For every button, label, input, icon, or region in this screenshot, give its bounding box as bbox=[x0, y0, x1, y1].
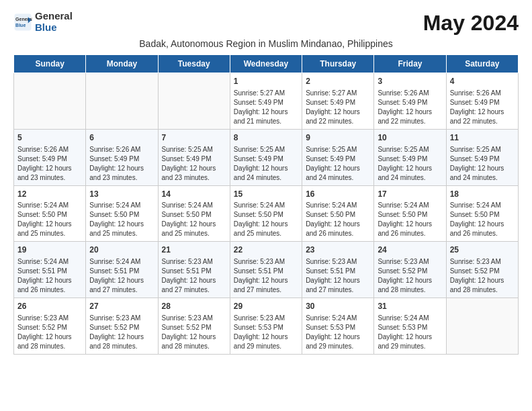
cell-info: and 23 minutes. bbox=[17, 173, 82, 183]
cell-info: and 29 minutes. bbox=[306, 342, 370, 351]
cell-info: Sunset: 5:50 PM bbox=[17, 210, 82, 220]
day-number: 17 bbox=[378, 189, 442, 200]
col-header-wednesday: Wednesday bbox=[230, 55, 302, 73]
cell-info: Daylight: 12 hours bbox=[306, 164, 370, 173]
svg-text:Blue: Blue bbox=[15, 23, 26, 28]
cell-info: Sunset: 5:49 PM bbox=[450, 98, 515, 107]
day-number: 31 bbox=[378, 301, 442, 312]
calendar-cell: 5Sunrise: 5:26 AMSunset: 5:49 PMDaylight… bbox=[14, 129, 86, 185]
col-header-sunday: Sunday bbox=[14, 55, 86, 73]
cell-info: and 27 minutes. bbox=[306, 285, 370, 295]
cell-info: Daylight: 12 hours bbox=[306, 107, 370, 117]
day-number: 8 bbox=[234, 132, 298, 144]
cell-info: Daylight: 12 hours bbox=[450, 220, 515, 229]
logo-general-text: General bbox=[35, 11, 73, 22]
calendar-cell: 8Sunrise: 5:25 AMSunset: 5:49 PMDaylight… bbox=[230, 129, 302, 185]
cell-info: Daylight: 12 hours bbox=[17, 164, 82, 173]
cell-info: Daylight: 12 hours bbox=[450, 276, 515, 285]
col-header-monday: Monday bbox=[86, 55, 158, 73]
cell-info: and 25 minutes. bbox=[234, 229, 298, 238]
calendar-cell: 7Sunrise: 5:25 AMSunset: 5:49 PMDaylight… bbox=[158, 129, 230, 185]
cell-info: Daylight: 12 hours bbox=[89, 276, 154, 285]
calendar-week-1: 1Sunrise: 5:27 AMSunset: 5:49 PMDaylight… bbox=[14, 73, 519, 130]
cell-info: Sunset: 5:49 PM bbox=[162, 154, 226, 164]
day-number: 2 bbox=[306, 76, 370, 87]
calendar-cell: 1Sunrise: 5:27 AMSunset: 5:49 PMDaylight… bbox=[230, 73, 302, 130]
cell-info: Sunrise: 5:25 AM bbox=[162, 145, 226, 154]
cell-info: Daylight: 12 hours bbox=[234, 107, 298, 117]
calendar-cell: 12Sunrise: 5:24 AMSunset: 5:50 PMDayligh… bbox=[14, 185, 86, 242]
cell-info: Daylight: 12 hours bbox=[162, 332, 226, 342]
cell-info: Sunset: 5:52 PM bbox=[89, 323, 154, 332]
cell-info: Sunset: 5:51 PM bbox=[234, 267, 298, 276]
calendar-cell: 27Sunrise: 5:23 AMSunset: 5:52 PMDayligh… bbox=[86, 298, 158, 355]
cell-info: and 23 minutes. bbox=[89, 173, 154, 183]
cell-info: Sunset: 5:50 PM bbox=[89, 210, 154, 220]
cell-info: Sunset: 5:50 PM bbox=[234, 210, 298, 220]
cell-info: Sunrise: 5:23 AM bbox=[450, 257, 515, 267]
col-header-friday: Friday bbox=[374, 55, 446, 73]
day-number: 15 bbox=[234, 189, 298, 200]
cell-info: and 21 minutes. bbox=[234, 117, 298, 126]
day-number: 25 bbox=[450, 244, 515, 256]
cell-info: Sunrise: 5:25 AM bbox=[450, 145, 515, 154]
cell-info: Sunrise: 5:23 AM bbox=[17, 314, 82, 323]
cell-info: Sunset: 5:49 PM bbox=[17, 154, 82, 164]
cell-info: Sunrise: 5:27 AM bbox=[306, 89, 370, 98]
cell-info: and 26 minutes. bbox=[306, 229, 370, 238]
day-number: 14 bbox=[162, 189, 226, 200]
calendar-week-3: 12Sunrise: 5:24 AMSunset: 5:50 PMDayligh… bbox=[14, 185, 519, 242]
cell-info: Daylight: 12 hours bbox=[234, 164, 298, 173]
cell-info: and 27 minutes. bbox=[162, 285, 226, 295]
cell-info: and 26 minutes. bbox=[17, 285, 82, 295]
cell-info: Sunrise: 5:26 AM bbox=[17, 145, 82, 154]
day-number: 12 bbox=[17, 189, 82, 200]
calendar-cell: 22Sunrise: 5:23 AMSunset: 5:51 PMDayligh… bbox=[230, 242, 302, 298]
cell-info: Daylight: 12 hours bbox=[306, 332, 370, 342]
cell-info: Sunset: 5:49 PM bbox=[306, 154, 370, 164]
calendar-cell: 15Sunrise: 5:24 AMSunset: 5:50 PMDayligh… bbox=[230, 185, 302, 242]
cell-info: and 25 minutes. bbox=[17, 229, 82, 238]
day-number: 19 bbox=[17, 244, 82, 256]
day-number: 10 bbox=[378, 132, 442, 144]
day-number: 11 bbox=[450, 132, 515, 144]
cell-info: Daylight: 12 hours bbox=[17, 276, 82, 285]
cell-info: Sunrise: 5:24 AM bbox=[162, 201, 226, 210]
day-number: 22 bbox=[234, 244, 298, 256]
calendar-subtitle: Badak, Autonomous Region in Muslim Minda… bbox=[13, 38, 519, 49]
calendar-cell: 11Sunrise: 5:25 AMSunset: 5:49 PMDayligh… bbox=[446, 129, 518, 185]
cell-info: Sunset: 5:51 PM bbox=[306, 267, 370, 276]
day-number: 21 bbox=[162, 244, 226, 256]
calendar-cell: 23Sunrise: 5:23 AMSunset: 5:51 PMDayligh… bbox=[302, 242, 374, 298]
cell-info: Daylight: 12 hours bbox=[89, 164, 154, 173]
cell-info: and 28 minutes. bbox=[450, 285, 515, 295]
cell-info: Sunrise: 5:25 AM bbox=[306, 145, 370, 154]
cell-info: Daylight: 12 hours bbox=[17, 220, 82, 229]
cell-info: Daylight: 12 hours bbox=[162, 276, 226, 285]
calendar-cell: 13Sunrise: 5:24 AMSunset: 5:50 PMDayligh… bbox=[86, 185, 158, 242]
cell-info: Sunrise: 5:27 AM bbox=[234, 89, 298, 98]
cell-info: and 25 minutes. bbox=[89, 229, 154, 238]
cell-info: Daylight: 12 hours bbox=[378, 220, 442, 229]
cell-info: Sunset: 5:49 PM bbox=[89, 154, 154, 164]
cell-info: and 24 minutes. bbox=[234, 173, 298, 183]
cell-info: Sunset: 5:53 PM bbox=[234, 323, 298, 332]
cell-info: Sunrise: 5:24 AM bbox=[89, 201, 154, 210]
calendar-cell: 29Sunrise: 5:23 AMSunset: 5:53 PMDayligh… bbox=[230, 298, 302, 355]
cell-info: Daylight: 12 hours bbox=[378, 332, 442, 342]
calendar-cell: 26Sunrise: 5:23 AMSunset: 5:52 PMDayligh… bbox=[14, 298, 86, 355]
cell-info: Sunset: 5:50 PM bbox=[450, 210, 515, 220]
cell-info: Sunrise: 5:23 AM bbox=[234, 257, 298, 267]
cell-info: and 22 minutes. bbox=[450, 117, 515, 126]
day-number: 1 bbox=[234, 76, 298, 87]
calendar-cell: 18Sunrise: 5:24 AMSunset: 5:50 PMDayligh… bbox=[446, 185, 518, 242]
calendar-header-row: SundayMondayTuesdayWednesdayThursdayFrid… bbox=[14, 55, 519, 73]
col-header-saturday: Saturday bbox=[446, 55, 518, 73]
cell-info: Sunrise: 5:25 AM bbox=[378, 145, 442, 154]
cell-info: Sunrise: 5:24 AM bbox=[17, 201, 82, 210]
calendar-cell: 14Sunrise: 5:24 AMSunset: 5:50 PMDayligh… bbox=[158, 185, 230, 242]
logo-icon: General Blue bbox=[13, 13, 32, 32]
calendar-cell: 28Sunrise: 5:23 AMSunset: 5:52 PMDayligh… bbox=[158, 298, 230, 355]
cell-info: Sunrise: 5:23 AM bbox=[234, 314, 298, 323]
day-number: 16 bbox=[306, 189, 370, 200]
